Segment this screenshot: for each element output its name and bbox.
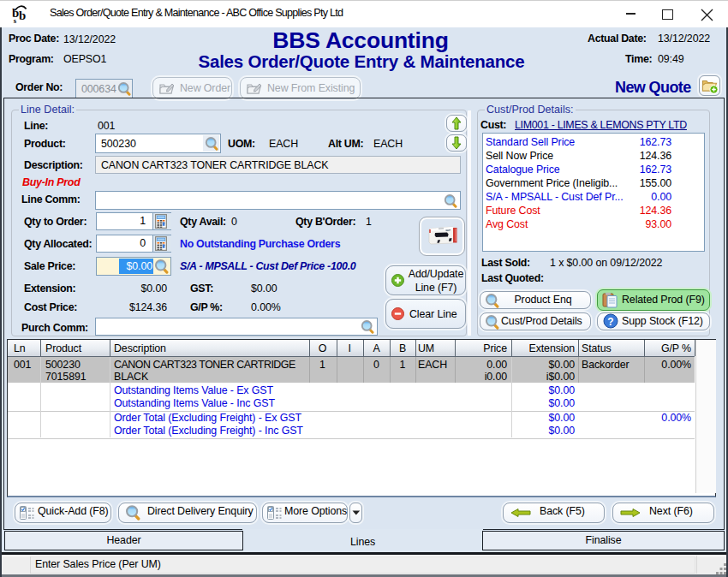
svg-text:b: b	[19, 9, 26, 22]
svg-text:s: s	[14, 16, 17, 23]
svg-text:?: ?	[607, 316, 613, 328]
